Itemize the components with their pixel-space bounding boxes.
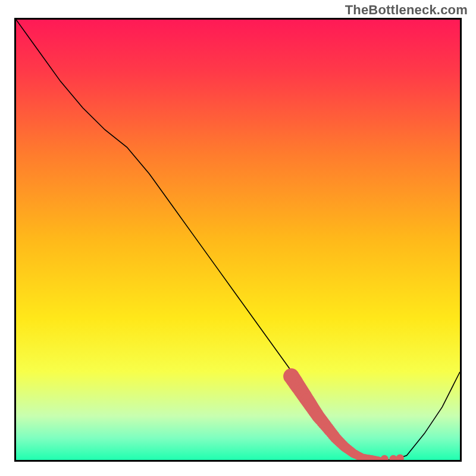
watermark-text: TheBottleneck.com bbox=[345, 2, 468, 18]
chart-container: TheBottleneck.com bbox=[0, 0, 476, 476]
plot-svg bbox=[16, 20, 460, 460]
plot-frame bbox=[14, 18, 462, 462]
gradient-background bbox=[16, 20, 460, 460]
